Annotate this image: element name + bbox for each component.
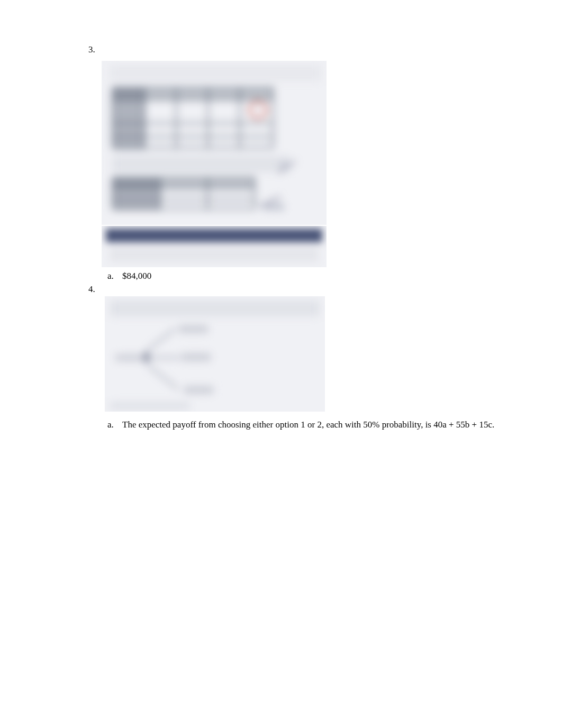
sub-item-4a: a. The expected payoff from choosing eit… (107, 418, 509, 432)
answer-text-3a: $84,000 (122, 270, 151, 283)
table-cell (177, 137, 209, 149)
blurred-figure-content (102, 226, 327, 267)
figure-heading-blur (110, 65, 321, 81)
figure-footer-blur (110, 403, 189, 409)
table-cell (160, 178, 207, 188)
table-cell (113, 178, 160, 188)
figure-subtext-blur (112, 156, 289, 172)
tree-leaf-label (184, 386, 213, 394)
sublist-letter: a. (107, 270, 122, 283)
answer-text-4a: The expected payoff from choosing either… (122, 418, 509, 432)
arrow-label (263, 204, 284, 210)
table-cell (145, 137, 177, 149)
table-cell (145, 124, 177, 136)
figure-table-1 (112, 87, 274, 148)
table-row (113, 199, 254, 210)
tree-branch (148, 357, 180, 358)
table-cell (209, 88, 240, 99)
table-row (113, 88, 273, 100)
table-cell (208, 189, 254, 198)
figure-text-blur (110, 247, 319, 262)
table-cell (160, 199, 207, 210)
table-cell (240, 88, 272, 99)
tree-branch (148, 328, 175, 350)
table-cell (177, 100, 209, 123)
table-cell (145, 88, 177, 99)
table-cell (145, 100, 177, 123)
table-cell (177, 124, 209, 136)
sublist-letter: a. (107, 418, 122, 432)
table-cell (113, 124, 145, 136)
table-cell (240, 124, 272, 136)
table-cell (113, 100, 145, 123)
table-cell (113, 189, 160, 198)
question-4-figure (105, 296, 325, 412)
table-row (113, 137, 273, 149)
tree-root-label (115, 354, 144, 361)
question-3-figure (102, 61, 327, 225)
tree-leaf-label (179, 325, 208, 333)
figure-table-2 (112, 177, 255, 209)
dark-bar-banner (106, 229, 322, 242)
question-3-bar-figure (102, 226, 327, 267)
table-cell (113, 88, 145, 99)
table-cell (177, 88, 209, 99)
table-cell (209, 100, 240, 123)
tree-leaf-label (182, 353, 211, 361)
decision-tree (115, 325, 221, 394)
document-page: 3. (0, 0, 562, 42)
table-row (113, 124, 273, 137)
table-cell (208, 199, 254, 210)
tree-branch (148, 365, 178, 389)
arrow-label (280, 162, 291, 169)
table-cell (240, 137, 272, 149)
table-cell (208, 178, 254, 188)
table-row (113, 189, 254, 199)
highlight-circle-icon (249, 101, 267, 119)
table-row (113, 178, 254, 189)
blurred-figure-content (105, 296, 325, 412)
blurred-figure-content (102, 61, 327, 225)
list-number-3: 3. (88, 43, 95, 56)
list-number-4: 4. (88, 283, 95, 296)
table-cell (113, 199, 160, 210)
table-cell (209, 124, 240, 136)
table-cell (209, 137, 240, 149)
table-cell (160, 189, 207, 198)
sub-item-3a: a. $84,000 (107, 270, 151, 283)
figure-heading-blur (110, 301, 320, 316)
table-cell (113, 137, 145, 149)
